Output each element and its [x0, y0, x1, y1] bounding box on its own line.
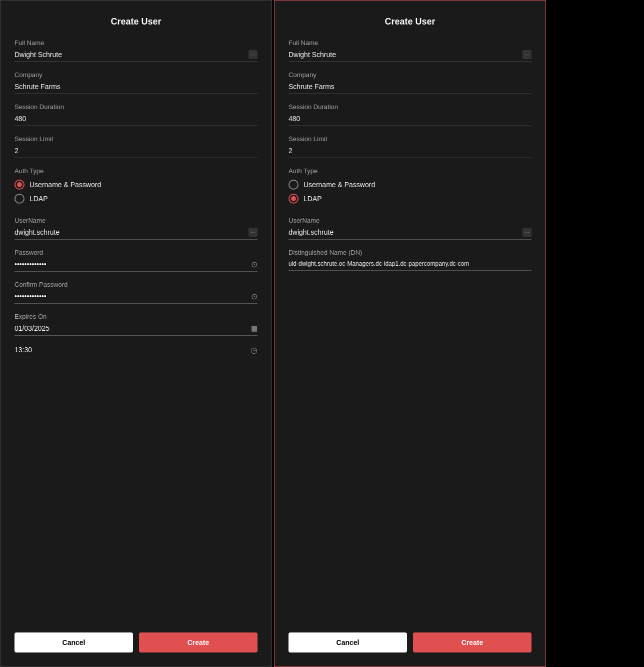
username-input[interactable] [14, 227, 248, 237]
right-full-name-input-wrapper: ··· [288, 50, 532, 62]
calendar-icon[interactable]: ▦ [251, 324, 258, 332]
company-group: Company [14, 71, 258, 94]
left-create-button[interactable]: Create [139, 632, 258, 652]
session-duration-input-wrapper [14, 114, 258, 126]
auth-option-ldap[interactable]: LDAP [14, 194, 258, 204]
expires-on-input-wrapper: ▦ [14, 323, 258, 336]
right-button-row: Cancel Create [288, 632, 532, 652]
session-duration-label: Session Duration [14, 103, 258, 111]
session-duration-input[interactable] [14, 114, 258, 124]
clock-icon[interactable]: ◷ [250, 345, 258, 355]
right-auth-type-label: Auth Type [288, 167, 532, 175]
right-full-name-label: Full Name [288, 39, 532, 47]
full-name-group: Full Name ··· [14, 39, 258, 62]
dn-input-wrapper [288, 259, 532, 271]
session-limit-group: Session Limit [14, 135, 258, 158]
session-duration-group: Session Duration [14, 103, 258, 126]
right-company-input-wrapper [288, 82, 532, 94]
right-username-more-icon[interactable]: ··· [522, 228, 532, 237]
right-session-limit-input-wrapper [288, 146, 532, 158]
password-eye-icon[interactable]: ⊙ [251, 260, 258, 269]
session-limit-label: Session Limit [14, 135, 258, 143]
right-company-label: Company [288, 71, 532, 79]
right-cancel-button[interactable]: Cancel [288, 632, 407, 652]
right-auth-type-group: Auth Type Username & Password LDAP [288, 167, 532, 208]
auth-radio-username-password[interactable] [14, 180, 24, 190]
right-session-duration-group: Session Duration [288, 103, 532, 126]
password-label: Password [14, 249, 258, 256]
auth-radio-ldap[interactable] [14, 194, 24, 204]
expires-on-group: Expires On ▦ [14, 313, 258, 336]
right-username-input-wrapper: ··· [288, 227, 532, 240]
right-session-limit-group: Session Limit [288, 135, 532, 158]
username-label: UserName [14, 217, 258, 224]
auth-type-group: Auth Type Username & Password LDAP [14, 167, 258, 208]
username-more-icon[interactable]: ··· [248, 228, 258, 237]
left-panel: Create User Full Name ··· Company Sessio… [0, 0, 272, 667]
right-company-input[interactable] [288, 82, 532, 92]
right-session-duration-input-wrapper [288, 114, 532, 126]
full-name-label: Full Name [14, 39, 258, 47]
auth-type-label: Auth Type [14, 167, 258, 175]
left-panel-title: Create User [14, 17, 258, 27]
expires-on-label: Expires On [14, 313, 258, 320]
username-group: UserName ··· [14, 217, 258, 240]
confirm-password-label: Confirm Password [14, 281, 258, 288]
session-limit-input[interactable] [14, 146, 258, 156]
password-input[interactable] [14, 259, 251, 269]
right-create-button[interactable]: Create [413, 632, 532, 652]
full-name-input-wrapper: ··· [14, 50, 258, 62]
confirm-password-input-wrapper: ⊙ [14, 291, 258, 304]
right-auth-option-ldap[interactable]: LDAP [288, 194, 532, 204]
right-auth-option-username-password[interactable]: Username & Password [288, 180, 532, 190]
confirm-password-input[interactable] [14, 291, 251, 301]
auth-option-username-password[interactable]: Username & Password [14, 180, 258, 190]
username-input-wrapper: ··· [14, 227, 258, 240]
password-group: Password ⊙ [14, 249, 258, 272]
left-button-row: Cancel Create [14, 632, 258, 652]
confirm-password-eye-icon[interactable]: ⊙ [251, 292, 258, 301]
right-auth-radio-ldap[interactable] [288, 194, 298, 204]
right-full-name-input[interactable] [288, 50, 522, 60]
time-group: ◷ [14, 345, 258, 357]
company-input[interactable] [14, 82, 258, 92]
company-label: Company [14, 71, 258, 79]
right-username-label: UserName [288, 217, 532, 224]
right-company-group: Company [288, 71, 532, 94]
right-username-input[interactable] [288, 227, 522, 237]
dn-label: Distinguished Name (DN) [288, 249, 532, 256]
right-session-duration-input[interactable] [288, 114, 532, 124]
right-session-limit-label: Session Limit [288, 135, 532, 143]
right-auth-option-ldap-label: LDAP [304, 195, 322, 203]
right-auth-radio-username-password[interactable] [288, 180, 298, 190]
auth-option-username-password-label: Username & Password [30, 181, 101, 189]
right-full-name-more-icon[interactable]: ··· [522, 50, 532, 59]
password-input-wrapper: ⊙ [14, 259, 258, 272]
right-session-limit-input[interactable] [288, 146, 532, 156]
right-panel: Create User Full Name ··· Company Sessio… [274, 0, 546, 667]
auth-option-ldap-label: LDAP [30, 195, 48, 203]
dn-group: Distinguished Name (DN) [288, 249, 532, 271]
right-panel-title: Create User [288, 17, 532, 27]
full-name-input[interactable] [14, 50, 248, 60]
right-auth-option-username-password-label: Username & Password [304, 181, 375, 189]
right-session-duration-label: Session Duration [288, 103, 532, 111]
time-input[interactable] [14, 345, 250, 355]
confirm-password-group: Confirm Password ⊙ [14, 281, 258, 304]
company-input-wrapper [14, 82, 258, 94]
right-username-group: UserName ··· [288, 217, 532, 240]
left-cancel-button[interactable]: Cancel [14, 632, 133, 652]
full-name-more-icon[interactable]: ··· [248, 50, 258, 59]
right-full-name-group: Full Name ··· [288, 39, 532, 62]
dn-input[interactable] [288, 259, 532, 268]
time-input-wrapper: ◷ [14, 345, 258, 357]
session-limit-input-wrapper [14, 146, 258, 158]
expires-on-input[interactable] [14, 323, 251, 333]
